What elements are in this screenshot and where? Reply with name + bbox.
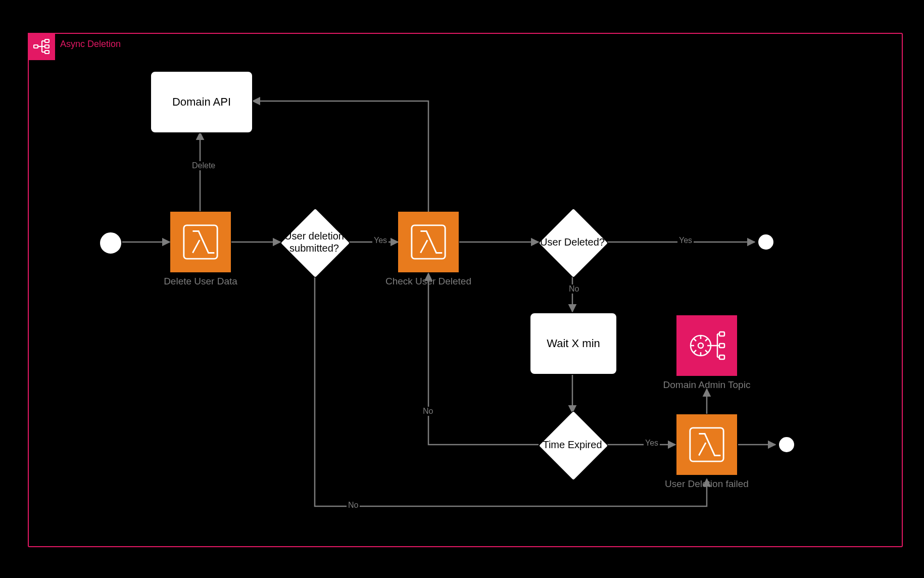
svg-line-18 bbox=[694, 339, 696, 341]
svg-line-20 bbox=[694, 350, 696, 353]
svg-rect-25 bbox=[719, 344, 724, 348]
sns-topic[interactable] bbox=[676, 315, 737, 376]
wait-label: Wait X min bbox=[547, 337, 600, 350]
svg-line-19 bbox=[705, 350, 708, 353]
lambda-check-user-label: Check User Deleted bbox=[378, 275, 479, 287]
gw-deleted-label: User Deleted? bbox=[527, 209, 618, 275]
lambda-check-user[interactable] bbox=[398, 212, 459, 272]
lambda-delete-user-label: Delete User Data bbox=[150, 275, 251, 287]
step-functions-icon bbox=[28, 33, 55, 60]
svg-rect-3 bbox=[45, 51, 49, 54]
end-event-success[interactable] bbox=[755, 231, 776, 253]
svg-rect-11 bbox=[690, 428, 723, 461]
svg-rect-9 bbox=[184, 225, 217, 259]
domain-api-label: Domain API bbox=[172, 95, 231, 109]
gw-expired-label: Time Expired bbox=[527, 412, 618, 477]
sns-icon bbox=[685, 324, 728, 367]
lambda-icon bbox=[687, 425, 726, 464]
svg-rect-24 bbox=[719, 332, 724, 336]
start-event[interactable] bbox=[99, 231, 122, 255]
lambda-fail-label: User Deletion failed bbox=[656, 478, 757, 490]
svg-point-13 bbox=[698, 343, 703, 348]
svg-rect-26 bbox=[719, 355, 724, 359]
svg-rect-0 bbox=[34, 45, 38, 48]
lambda-fail[interactable] bbox=[676, 414, 737, 475]
gw-submitted[interactable]: User deletion submitted? bbox=[281, 209, 347, 275]
lambda-icon bbox=[181, 222, 220, 262]
diagram-canvas[interactable]: Delete Yes No Yes No No Yes Async Deleti… bbox=[0, 0, 924, 578]
lambda-icon bbox=[409, 222, 448, 262]
domain-api-box[interactable]: Domain API bbox=[150, 71, 253, 133]
svg-rect-2 bbox=[45, 45, 49, 48]
sns-topic-label: Domain Admin Topic bbox=[656, 379, 757, 391]
pool-title: Async Deletion bbox=[60, 39, 121, 50]
gw-expired[interactable]: Time Expired bbox=[540, 412, 605, 477]
end-event-fail[interactable] bbox=[776, 434, 797, 455]
wait-box[interactable]: Wait X min bbox=[529, 312, 617, 375]
svg-rect-10 bbox=[412, 225, 445, 259]
gw-deleted[interactable]: User Deleted? bbox=[540, 209, 605, 275]
svg-line-21 bbox=[705, 339, 708, 341]
gw-submitted-label: User deletion submitted? bbox=[269, 209, 360, 275]
svg-rect-1 bbox=[45, 39, 49, 42]
lambda-delete-user[interactable] bbox=[170, 212, 231, 272]
